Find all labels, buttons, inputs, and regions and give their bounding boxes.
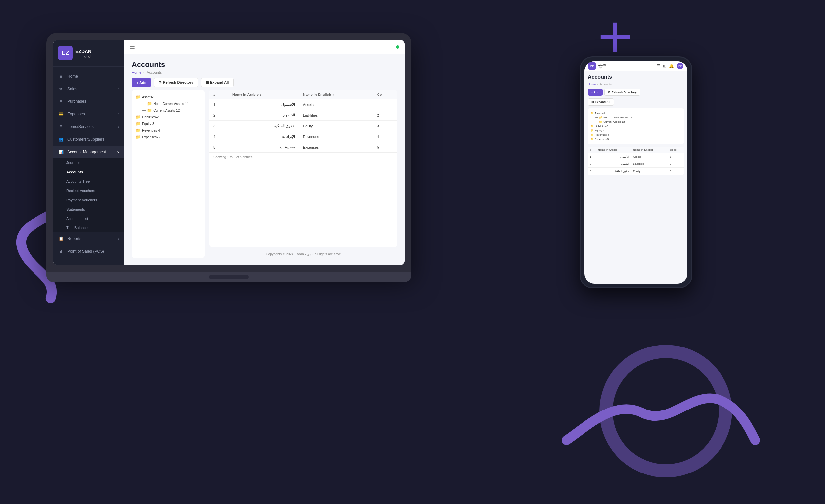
sidebar-item-purchases[interactable]: ≡ Purchases › xyxy=(53,95,125,108)
table-row: 5 مصروفات Expenses 5 xyxy=(209,142,397,153)
sales-arrow: › xyxy=(119,87,120,91)
purchases-arrow: › xyxy=(119,100,120,103)
status-dot xyxy=(396,46,399,49)
sidebar-item-pos[interactable]: 🖥 Point of Sales (POS) › xyxy=(53,245,125,258)
phone-expand-button[interactable]: ⊞ Expand All xyxy=(588,98,614,106)
tree-item-equity: 📁 Equity-3 xyxy=(136,120,201,127)
sidebar-item-sales[interactable]: ✏ Sales › xyxy=(53,83,125,95)
cell-num: 2 xyxy=(209,110,228,121)
folder-icon: 📁 xyxy=(136,121,141,126)
customers-icon: 👥 xyxy=(58,136,64,142)
items-arrow: › xyxy=(119,125,120,129)
sidebar-item-reports[interactable]: 📋 Reports › xyxy=(53,233,125,245)
col-name-arabic: Name in Arabic ↕ xyxy=(228,90,299,99)
sidebar-item-accounts-tree[interactable]: Accounts Tree xyxy=(53,177,125,186)
top-bar-right xyxy=(396,46,399,49)
laptop-base xyxy=(47,272,411,282)
sidebar-item-accounts-list[interactable]: Accounts List xyxy=(53,214,125,223)
sidebar-nav: ⊞ Home ✏ Sales › ≡ Purchases › 💳 xyxy=(53,67,125,265)
sidebar-label-pos: Point of Sales (POS) xyxy=(67,249,104,254)
phone-table-row: 1 الأصـول Assets 1 xyxy=(588,153,684,161)
phone-status-right: ☰ ⊞ 🔔 EZ xyxy=(657,63,683,69)
refresh-button[interactable]: ⟳ Refresh Directory xyxy=(154,78,198,87)
phone-tree-expenses: 📁 Expenses-5 xyxy=(591,137,681,141)
cell-english: Revenues xyxy=(299,131,373,142)
content-area: 📁 Assets-1 ├─ 📁 Non - Current Assets-11 … xyxy=(125,90,405,265)
reports-arrow: › xyxy=(119,237,120,241)
branch-icon: ├─ xyxy=(141,102,146,106)
account-management-icon: 📊 xyxy=(58,149,64,155)
breadcrumb-home[interactable]: Home xyxy=(132,70,141,74)
cell-arabic: الأصـــول xyxy=(228,99,299,110)
phone-table: # Name in Arabic Name in English Code 1 … xyxy=(588,147,684,175)
expand-all-button[interactable]: ⊞ Expand All xyxy=(201,78,234,87)
sidebar: EZ EZDAN ازدان ⊞ Home ✏ Sales › xyxy=(53,40,125,265)
table-area: # Name in Arabic ↕ Name in English ↕ Co … xyxy=(209,90,397,258)
main-content: ☰ Accounts Home ‹ Accounts + Add xyxy=(125,40,405,265)
sidebar-item-customers[interactable]: 👥 Customers/Suppliers › xyxy=(53,133,125,146)
phone-toolbar: + Add ⟳ Refresh Directory xyxy=(588,89,684,96)
sidebar-item-receipt-vouchers[interactable]: Reciept Vouchers xyxy=(53,186,125,195)
laptop-device: EZ EZDAN ازدان ⊞ Home ✏ Sales › xyxy=(47,33,411,299)
phone-screen: EZ EZDANازدان ☰ ⊞ 🔔 EZ Accounts Home ‹ A… xyxy=(585,61,687,283)
phone-bell-icon[interactable]: 🔔 xyxy=(669,64,674,68)
cell-code: 1 xyxy=(373,99,397,110)
sidebar-item-home[interactable]: ⊞ Home xyxy=(53,70,125,83)
sidebar-label-account-management: Account Management xyxy=(67,150,106,154)
folder-icon: 📁 xyxy=(136,128,141,133)
sidebar-item-expenses[interactable]: 💳 Expenses › xyxy=(53,108,125,120)
sidebar-item-account-management[interactable]: 📊 Account Management ∨ xyxy=(53,146,125,158)
add-button[interactable]: + Add xyxy=(132,78,151,87)
sidebar-label-home: Home xyxy=(67,74,78,79)
laptop-screen: EZ EZDAN ازدان ⊞ Home ✏ Sales › xyxy=(53,40,405,265)
phone-logo-text: EZDANازدان xyxy=(598,64,606,68)
toolbar: + Add ⟳ Refresh Directory ⊞ Expand All xyxy=(125,78,405,90)
phone-folder-icon: 📁 xyxy=(591,112,594,115)
tree-item-liabilities: 📁 Liabilities-2 xyxy=(136,114,201,120)
breadcrumb: Home ‹ Accounts xyxy=(132,70,397,74)
sidebar-item-statements[interactable]: Statements xyxy=(53,204,125,214)
cell-arabic: الإيرادات xyxy=(228,131,299,142)
tree-item-revenues: 📁 Revenues-4 xyxy=(136,127,201,134)
cell-code: 4 xyxy=(373,131,397,142)
phone-status-bar: EZ EZDANازدان ☰ ⊞ 🔔 EZ xyxy=(585,61,687,71)
sidebar-item-journals[interactable]: Journals xyxy=(53,158,125,167)
table-row: 1 الأصـــول Assets 1 xyxy=(209,99,397,110)
cell-arabic: حقوق الملكية xyxy=(228,121,299,131)
folder-icon: 📁 xyxy=(147,108,152,113)
phone-add-button[interactable]: + Add xyxy=(588,89,603,96)
phone-tree: 📁 Assets-1 ├─ 📁 Non - Current Assets-11 … xyxy=(588,108,684,144)
tree-item-expenses: 📁 Expenses-5 xyxy=(136,134,201,140)
page-title: Accounts xyxy=(132,60,397,69)
accounts-table: # Name in Arabic ↕ Name in English ↕ Co … xyxy=(209,90,397,247)
sales-icon: ✏ xyxy=(58,86,64,92)
phone-refresh-button[interactable]: ⟳ Refresh Directory xyxy=(604,89,640,96)
table-footer: Showing 1 to 5 of 5 entries xyxy=(209,152,397,162)
phone-folder-icon: 📁 xyxy=(591,133,594,136)
phone-col-code: Code xyxy=(668,147,684,153)
phone-avatar[interactable]: EZ xyxy=(677,63,683,69)
phone-breadcrumb-home[interactable]: Home xyxy=(588,83,596,86)
cell-num: 5 xyxy=(209,142,228,153)
sidebar-item-accounts[interactable]: Accounts xyxy=(53,167,125,177)
phone-logo-icon: EZ xyxy=(589,62,596,70)
sidebar-item-items[interactable]: ⊞ Items/Services › xyxy=(53,120,125,133)
sidebar-logo: EZ EZDAN ازدان xyxy=(53,40,125,67)
sidebar-label-expenses: Expenses xyxy=(67,112,85,116)
sidebar-item-payment-vouchers[interactable]: Payment Vouchers xyxy=(53,195,125,204)
logo-name-ar: ازدان xyxy=(75,54,91,58)
phone-tree-non-current: ├─ 📁 Non - Current Assets-11 xyxy=(591,115,681,120)
phone-page-title: Accounts xyxy=(588,74,684,80)
phone-menu-icon[interactable]: ☰ xyxy=(657,64,661,68)
phone-wifi-icon: ⊞ xyxy=(663,64,666,68)
col-code: Co xyxy=(373,90,397,99)
col-num: # xyxy=(209,90,228,99)
hamburger-icon[interactable]: ☰ xyxy=(130,44,135,51)
phone-table-row: 3 حقوق الملكية Equity 3 xyxy=(588,168,684,175)
phone-col-num: # xyxy=(588,147,596,153)
pos-arrow: › xyxy=(119,250,120,253)
sidebar-item-trial-balance[interactable]: Trial Balance xyxy=(53,223,125,233)
home-icon: ⊞ xyxy=(58,73,64,79)
cell-code: 5 xyxy=(373,142,397,153)
cell-code: 3 xyxy=(373,121,397,131)
